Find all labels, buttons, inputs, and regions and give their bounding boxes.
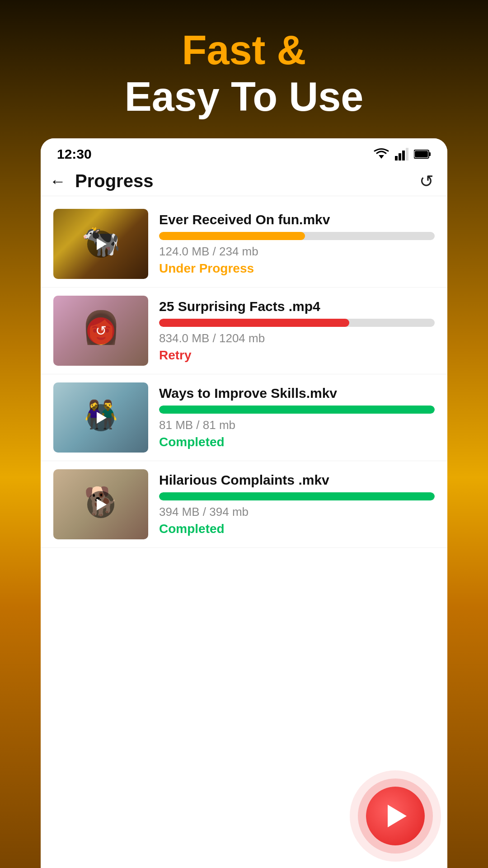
retry-icon: ↺ bbox=[95, 323, 107, 339]
progress-bar-bg bbox=[159, 319, 435, 327]
battery-icon bbox=[414, 149, 431, 159]
thumbnail bbox=[53, 469, 148, 539]
downloads-list: Ever Received On fun.mkv 124.0 MB / 234 … bbox=[41, 196, 447, 868]
page-title: Progress bbox=[75, 171, 153, 191]
item-info: Hilarious Complaints .mkv 394 MB / 394 m… bbox=[159, 472, 435, 536]
status-bar: 12:30 bbox=[41, 138, 447, 166]
item-info: Ways to Improve Skills.mkv 81 MB / 81 mb… bbox=[159, 386, 435, 449]
svg-marker-0 bbox=[379, 155, 384, 159]
hero-line2: Easy To Use bbox=[125, 74, 364, 120]
progress-bar-fill bbox=[159, 406, 435, 414]
item-size: 834.0 MB / 1204 mb bbox=[159, 331, 435, 345]
fab-play-icon bbox=[388, 805, 407, 827]
progress-bar-fill bbox=[159, 492, 435, 500]
progress-bar-fill bbox=[159, 232, 305, 240]
hero-section: Fast & Easy To Use bbox=[125, 27, 364, 120]
download-item: Ever Received On fun.mkv 124.0 MB / 234 … bbox=[41, 201, 447, 288]
back-button[interactable]: ← bbox=[50, 172, 66, 191]
progress-bar-fill bbox=[159, 319, 349, 327]
refresh-button[interactable]: ↺ bbox=[419, 171, 434, 191]
svg-rect-6 bbox=[429, 152, 431, 156]
wifi-icon bbox=[373, 148, 389, 160]
play-button[interactable] bbox=[87, 404, 114, 431]
thumbnail: ↺ bbox=[53, 296, 148, 366]
item-status: Completed bbox=[159, 435, 435, 449]
item-info: Ever Received On fun.mkv 124.0 MB / 234 … bbox=[159, 212, 435, 276]
phone-frame: 12:30 ← Pr bbox=[41, 138, 447, 868]
svg-rect-4 bbox=[406, 148, 408, 160]
svg-rect-2 bbox=[399, 153, 401, 160]
progress-bar-bg bbox=[159, 232, 435, 240]
item-filename: Hilarious Complaints .mkv bbox=[159, 472, 435, 488]
toolbar-left: ← Progress bbox=[50, 171, 153, 191]
item-size: 124.0 MB / 234 mb bbox=[159, 245, 435, 259]
play-button[interactable] bbox=[87, 231, 114, 258]
thumbnail bbox=[53, 382, 148, 453]
fab-play-button[interactable] bbox=[366, 787, 425, 845]
item-filename: Ever Received On fun.mkv bbox=[159, 212, 435, 227]
item-info: 25 Surprising Facts .mp4 834.0 MB / 1204… bbox=[159, 299, 435, 363]
item-status: Under Progress bbox=[159, 261, 435, 276]
play-icon bbox=[97, 499, 107, 510]
svg-rect-3 bbox=[402, 151, 405, 160]
item-status: Retry bbox=[159, 348, 435, 363]
signal-icon bbox=[395, 148, 408, 160]
status-time: 12:30 bbox=[57, 146, 92, 162]
app-toolbar: ← Progress ↺ bbox=[41, 166, 447, 196]
play-button[interactable] bbox=[87, 491, 114, 518]
play-icon bbox=[97, 238, 107, 250]
item-size: 81 MB / 81 mb bbox=[159, 418, 435, 432]
download-item: Hilarious Complaints .mkv 394 MB / 394 m… bbox=[41, 461, 447, 548]
item-filename: Ways to Improve Skills.mkv bbox=[159, 386, 435, 401]
thumbnail bbox=[53, 209, 148, 279]
item-status: Completed bbox=[159, 522, 435, 536]
play-icon bbox=[97, 412, 107, 424]
svg-rect-1 bbox=[395, 156, 398, 160]
progress-bar-bg bbox=[159, 406, 435, 414]
item-size: 394 MB / 394 mb bbox=[159, 505, 435, 519]
svg-rect-7 bbox=[415, 151, 428, 157]
hero-line1: Fast & bbox=[125, 27, 364, 74]
download-item: Ways to Improve Skills.mkv 81 MB / 81 mb… bbox=[41, 374, 447, 461]
download-item: ↺ 25 Surprising Facts .mp4 834.0 MB / 12… bbox=[41, 288, 447, 374]
retry-button[interactable]: ↺ bbox=[87, 317, 114, 344]
progress-bar-bg bbox=[159, 492, 435, 500]
status-icons bbox=[373, 148, 431, 160]
item-filename: 25 Surprising Facts .mp4 bbox=[159, 299, 435, 314]
